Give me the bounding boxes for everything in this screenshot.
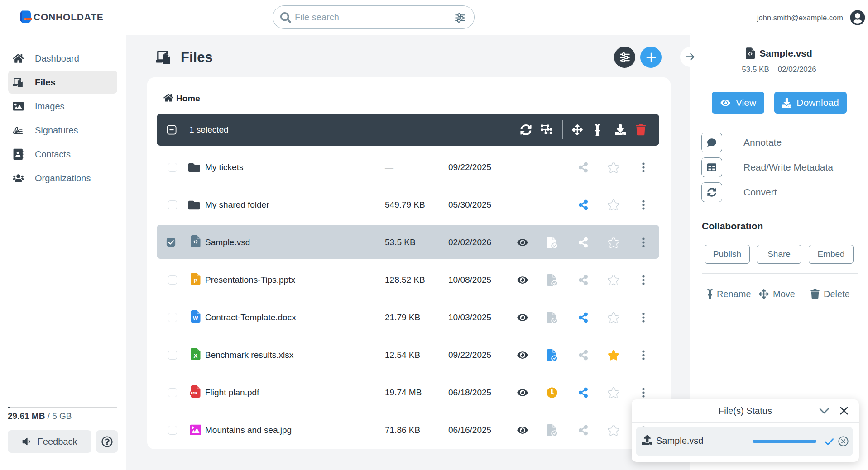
svg-text:W: W xyxy=(193,315,198,322)
svg-text:P: P xyxy=(194,277,198,284)
svg-text:PDF: PDF xyxy=(191,392,197,395)
svg-text:X: X xyxy=(194,352,198,359)
